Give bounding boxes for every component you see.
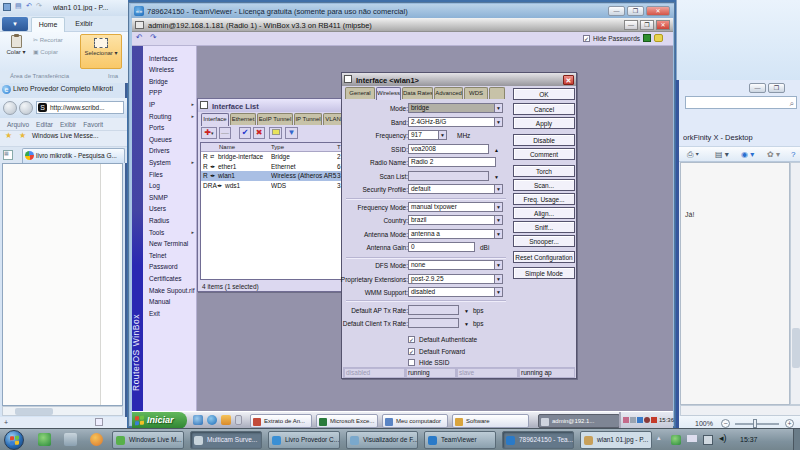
- hscroll-thumb[interactable]: [15, 408, 53, 415]
- teamviewer-titlebar[interactable]: «» 789624150 - TeamViewer - Licença grat…: [131, 4, 674, 18]
- sidebar-item-new-terminal[interactable]: New Terminal: [143, 238, 197, 250]
- tray-icon-1[interactable]: [623, 417, 629, 423]
- redo-icon[interactable]: ↷: [36, 2, 42, 10]
- torch-button[interactable]: Torch: [513, 165, 575, 177]
- zoom-slider-thumb[interactable]: [753, 419, 757, 428]
- quicklaunch-multicam-icon[interactable]: [64, 433, 77, 446]
- dropdown-arrow-icon[interactable]: ▼: [494, 230, 502, 238]
- comment-button[interactable]: Comment: [513, 148, 575, 160]
- tray-network-icon[interactable]: [703, 435, 713, 445]
- field-country[interactable]: brazil▼: [408, 215, 503, 225]
- tray-icon-3[interactable]: [637, 417, 643, 423]
- checkbox-row-default-forward[interactable]: ✓Default Forward: [408, 348, 508, 356]
- favorites-star-icon[interactable]: ★: [5, 131, 12, 140]
- task-windows-live-m[interactable]: Windows Live M...: [112, 431, 184, 449]
- hide-passwords-checkbox[interactable]: ✓: [583, 35, 590, 42]
- dropdown-arrow-icon[interactable]: ▼: [494, 275, 502, 283]
- favorites-item[interactable]: Windows Live Messe...: [32, 132, 98, 139]
- quicklaunch-ie-icon[interactable]: [207, 415, 217, 425]
- dropdown-arrow-icon[interactable]: ▼: [494, 203, 502, 211]
- field-antenna-gain[interactable]: 0: [408, 242, 475, 252]
- restore-button[interactable]: ❐: [768, 83, 785, 93]
- task-teamviewer[interactable]: TeamViewer: [424, 431, 496, 449]
- checkbox-row-default-authenticate[interactable]: ✓Default Authenticate: [408, 336, 508, 344]
- remove-button[interactable]: —: [219, 127, 231, 139]
- undo-icon[interactable]: ↶: [26, 2, 32, 10]
- disable-button[interactable]: ✖: [253, 127, 265, 139]
- tab-wireless[interactable]: Wireless: [376, 87, 401, 100]
- tab-general[interactable]: General: [345, 87, 375, 99]
- dropdown-arrow-icon[interactable]: ▼: [494, 216, 502, 224]
- restore-button[interactable]: ❐: [640, 20, 654, 30]
- sidebar-item-ip[interactable]: IP▸: [143, 99, 197, 111]
- scan-button[interactable]: Scan...: [513, 179, 575, 191]
- minimize-button[interactable]: —: [624, 20, 638, 30]
- sidebar-item-snmp[interactable]: SNMP: [143, 192, 197, 204]
- field-ssid[interactable]: voa2008: [408, 144, 489, 154]
- browser-hscrollbar[interactable]: [2, 406, 123, 416]
- help-icon[interactable]: ?: [791, 150, 795, 159]
- show-desktop-button[interactable]: [793, 429, 800, 450]
- print-icon[interactable]: ⎙ ▾: [687, 150, 699, 160]
- field-default-client-tx-rate[interactable]: [408, 318, 459, 328]
- field-proprietary-extensions[interactable]: post-2.9.25▼: [408, 274, 503, 284]
- sidebar-item-ppp[interactable]: PPP: [143, 87, 197, 99]
- sidebar-item-ports[interactable]: Ports: [143, 122, 197, 134]
- snooper-button[interactable]: Snooper...: [513, 235, 575, 247]
- checkbox-row-hide-ssid[interactable]: Hide SSID: [408, 359, 508, 367]
- sidebar-item-files[interactable]: Files: [143, 169, 197, 181]
- dropdown-arrow-icon[interactable]: ▼: [494, 185, 502, 193]
- remote-task-meu-computador[interactable]: Meu computador: [382, 414, 448, 428]
- copy-button[interactable]: ▣ Copiar: [33, 48, 78, 58]
- wlan1-dialog-titlebar[interactable]: Interface <wlan1> ✕: [342, 73, 576, 86]
- remote-task-microsoft-exce[interactable]: Microsoft Exce...: [316, 414, 378, 428]
- back-button[interactable]: [3, 101, 17, 115]
- paste-button[interactable]: Colar ▾: [2, 34, 30, 69]
- hide-icons-button[interactable]: ▴: [657, 434, 661, 442]
- sidebar-item-log[interactable]: Log: [143, 180, 197, 192]
- field-default-ap-tx-rate[interactable]: [408, 305, 459, 315]
- add-favorite-icon[interactable]: ★: [19, 131, 26, 140]
- search-input[interactable]: ⌕: [685, 96, 797, 109]
- field-security-profile[interactable]: default▼: [408, 184, 503, 194]
- field-radio-name[interactable]: Radio 2: [408, 157, 496, 167]
- quick-tabs-icon[interactable]: ▦: [3, 150, 13, 160]
- sidebar-item-bridge[interactable]: Bridge: [143, 76, 197, 88]
- select-button[interactable]: Selecionar ▾: [80, 34, 122, 69]
- show-desktop-icon[interactable]: [235, 415, 242, 425]
- dropdown-arrow-icon[interactable]: ▼: [494, 104, 502, 112]
- sidebar-item-certificates[interactable]: Certificates: [143, 273, 197, 285]
- sidebar-item-radius[interactable]: Radius: [143, 215, 197, 227]
- dropdown-arrow-icon[interactable]: ▼: [494, 261, 502, 269]
- tab-home[interactable]: Home: [31, 17, 65, 32]
- tray-antivirus-icon[interactable]: [671, 435, 681, 445]
- task-789624150-tea[interactable]: 789624150 - Tea...: [502, 431, 574, 449]
- filter-button[interactable]: ▼: [285, 127, 298, 139]
- remote-task-admin-192-1[interactable]: admin@192.1...: [538, 414, 620, 428]
- tab-exibir[interactable]: Exibir: [68, 17, 100, 32]
- remote-task-extrato-de-an[interactable]: Extrato de An...: [250, 414, 312, 428]
- tab-ip-tunnel[interactable]: IP Tunnel: [294, 113, 322, 125]
- close-icon[interactable]: ✕: [563, 75, 574, 85]
- field-scan-list[interactable]: [408, 171, 489, 181]
- expand-arrow-icon[interactable]: ▼: [494, 174, 499, 180]
- zoom-in-icon[interactable]: +: [785, 419, 794, 428]
- ok-button[interactable]: OK: [513, 88, 575, 100]
- dropdown-arrow-icon[interactable]: ▼: [494, 118, 502, 126]
- menu-editar[interactable]: Editar: [36, 121, 53, 128]
- sidebar-item-exit[interactable]: Exit: [143, 308, 197, 320]
- vscroll-thumb[interactable]: [792, 328, 800, 368]
- sidebar-item-password[interactable]: Password: [143, 261, 197, 273]
- maximize-button[interactable]: ❐: [627, 6, 644, 16]
- freq-usage-button[interactable]: Freq. Usage...: [513, 193, 575, 205]
- checkbox[interactable]: ✓: [408, 336, 415, 343]
- quicklaunch-messenger-icon[interactable]: [38, 433, 51, 446]
- redo-icon[interactable]: ↷: [150, 33, 157, 42]
- quicklaunch-messenger-icon[interactable]: [193, 415, 203, 425]
- field-frequency[interactable]: 917▼: [408, 130, 447, 140]
- expand-arrow-icon[interactable]: ▼: [464, 321, 469, 327]
- hide-passwords-control[interactable]: ✓ Hide Passwords: [583, 34, 663, 42]
- task-multicam-surve[interactable]: Multicam Surve...: [190, 431, 262, 449]
- minimize-button[interactable]: —: [608, 6, 625, 16]
- col-type[interactable]: Type: [271, 144, 284, 150]
